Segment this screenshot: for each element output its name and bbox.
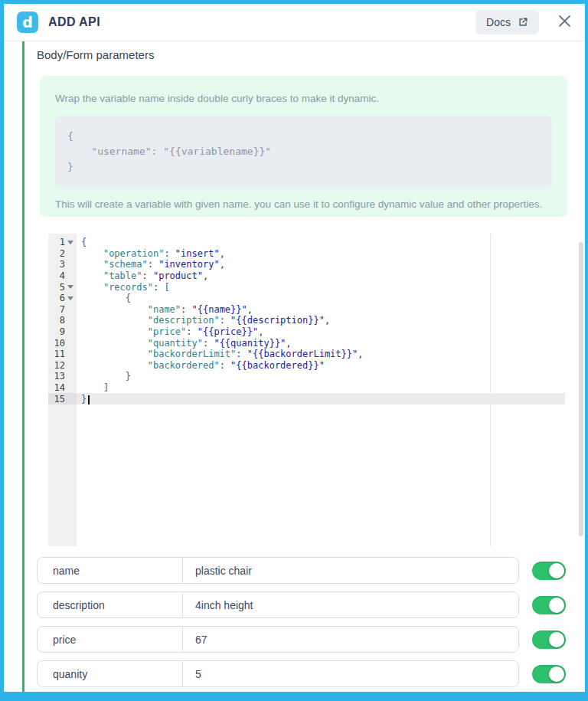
editor-line-1[interactable]: 1{ [48,237,565,248]
code-text: "name": "{{name}}", [77,304,253,315]
hint-note-text: This will create a variable with given n… [55,198,552,212]
param-enabled-toggle[interactable] [532,596,566,614]
code-text: "schema": "inventory", [77,259,225,270]
close-icon [559,15,570,29]
code-text: "quantity": "{{quanity}}", [77,338,292,349]
line-number[interactable]: 4 [48,270,77,282]
code-text: } [77,371,131,382]
param-value-field[interactable]: 4inch height [183,592,518,617]
param-box: quanity 5 [37,660,519,687]
line-number[interactable]: 1 [48,237,77,248]
app-logo-icon: d [17,11,38,33]
param-row-quanity: quanity 5 [37,660,566,687]
editor-line-4[interactable]: 4 "table": "product", [48,270,565,282]
param-box: description 4inch height [37,591,519,618]
line-number[interactable]: 6 [48,293,77,304]
editor-lines: 1{2 "operation": "insert",3 "schema": "i… [48,237,565,405]
code-text: ] [77,382,109,393]
modal-header: d ADD API Docs [4,4,585,41]
external-link-icon [518,17,528,28]
editor-line-10[interactable]: 10 "quantity": "{{quanity}}", [48,337,565,349]
editor-line-6[interactable]: 6 { [48,293,565,304]
line-number[interactable]: 15 [48,393,77,405]
code-text: "backorderLimit": "{{backorderLimit}}", [77,349,363,359]
fold-caret-icon[interactable] [67,241,74,244]
param-key-field[interactable]: description [38,592,183,617]
param-value-field[interactable]: 5 [183,661,518,686]
editor-line-11[interactable]: 11 "backorderLimit": "{{backorderLimit}}… [48,349,565,360]
code-text: { [77,293,131,303]
line-number[interactable]: 3 [48,259,77,270]
fold-caret-icon[interactable] [67,285,74,289]
code-text: "records": [ [77,282,170,293]
params-list: name plastic chair description 4inch hei… [37,557,566,695]
line-number[interactable]: 14 [48,382,77,394]
editor-line-7[interactable]: 7 "name": "{{name}}", [48,304,565,316]
editor-line-2[interactable]: 2 "operation": "insert", [48,248,565,260]
editor-line-14[interactable]: 14 ] [48,382,565,394]
line-number[interactable]: 12 [48,360,77,372]
line-number[interactable]: 8 [48,315,77,326]
green-accent-line [22,41,24,692]
toggle-knob [549,598,564,613]
code-text: "description": "{{description}}", [77,315,330,326]
param-row-description: description 4inch height [37,591,566,618]
editor-line-8[interactable]: 8 "description": "{{description}}", [48,315,565,326]
code-text: { [77,237,87,247]
param-enabled-toggle[interactable] [532,562,566,580]
param-row-name: name plastic chair [37,557,566,584]
close-button[interactable] [557,14,572,31]
docs-button[interactable]: Docs [475,10,539,34]
param-value-field[interactable]: plastic chair [183,558,518,583]
param-row-price: price 67 [37,626,566,653]
line-number[interactable]: 11 [48,349,77,360]
param-key-field[interactable]: name [38,558,183,583]
json-body-editor[interactable]: 1{2 "operation": "insert",3 "schema": "i… [48,234,565,546]
param-key-field[interactable]: quanity [38,661,183,686]
text-cursor [88,395,90,405]
line-number[interactable]: 5 [48,281,77,293]
hint-code-sample: { "username": "{{variablename}}" } [55,116,552,188]
param-box: name plastic chair [37,557,519,584]
add-api-modal: d ADD API Docs Body/Form para [0,0,588,701]
modal-title: ADD API [48,15,100,29]
code-text: "operation": "insert", [77,248,225,259]
toggle-knob [549,632,564,647]
modal-body: Body/Form parameters Wrap the variable n… [4,41,585,692]
editor-line-5[interactable]: 5 "records": [ [48,281,565,293]
editor-line-15[interactable]: 15} [48,393,565,405]
param-enabled-toggle[interactable] [532,665,566,683]
line-number[interactable]: 9 [48,326,77,338]
param-enabled-toggle[interactable] [532,631,566,649]
section-title: Body/Form parameters [37,48,154,61]
hint-intro-text: Wrap the variable name inside double cur… [55,92,552,106]
code-text: "table": "product", [77,270,208,281]
vertical-scrollbar[interactable] [579,242,583,536]
editor-line-12[interactable]: 12 "backordered": "{{backordered}}" [48,360,565,372]
editor-line-9[interactable]: 9 "price": "{{price}}", [48,326,565,338]
param-value-field[interactable]: 67 [183,627,518,652]
docs-button-label: Docs [486,16,511,28]
toggle-knob [549,563,564,578]
toggle-knob [549,667,564,682]
code-text: } [77,394,90,405]
editor-line-13[interactable]: 13 } [48,371,565,382]
code-text: "price": "{{price}}", [77,326,263,337]
param-key-field[interactable]: price [38,627,183,652]
fold-caret-icon[interactable] [67,296,74,300]
line-number[interactable]: 7 [48,304,77,316]
code-text: "backordered": "{{backordered}}" [77,360,325,371]
line-number[interactable]: 2 [48,248,77,260]
param-box: price 67 [37,626,519,653]
line-number[interactable]: 10 [48,337,77,349]
dynamic-variable-hint: Wrap the variable name inside double cur… [40,76,567,217]
editor-line-3[interactable]: 3 "schema": "inventory", [48,259,565,270]
line-number[interactable]: 13 [48,371,77,382]
